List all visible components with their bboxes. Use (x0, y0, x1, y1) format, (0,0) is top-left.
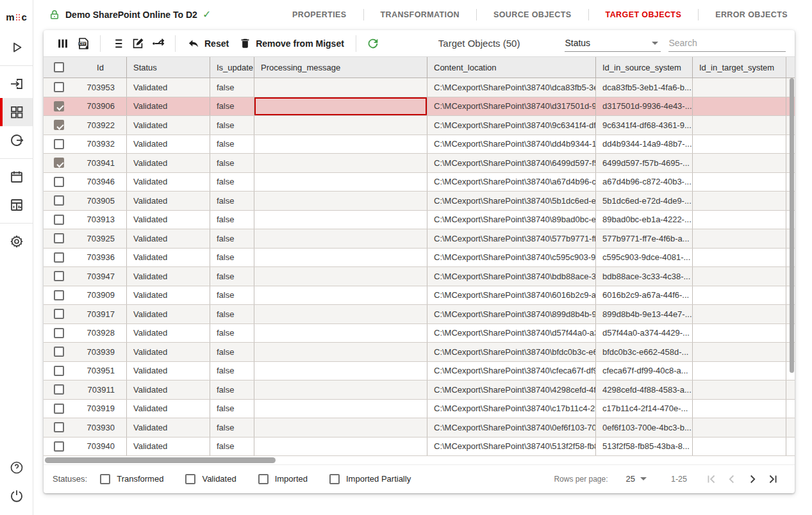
table-row[interactable]: 703940ValidatedfalseC:\MCexport\SharePoi… (44, 437, 795, 457)
attributes-list-button[interactable] (107, 33, 128, 54)
row-checkbox[interactable] (54, 422, 64, 432)
table-row[interactable]: 703909ValidatedfalseC:\MCexport\SharePoi… (44, 286, 795, 306)
refresh-button[interactable] (363, 33, 383, 54)
row-checkbox-cell (44, 305, 74, 323)
status-filter-select[interactable]: Status (565, 35, 661, 52)
table-row[interactable]: 703917ValidatedfalseC:\MCexport\SharePoi… (44, 305, 795, 324)
row-checkbox[interactable] (54, 158, 64, 168)
select-all-checkbox[interactable] (54, 62, 64, 72)
table-row[interactable]: 703941ValidatedfalseC:\MCexport\SharePoi… (44, 154, 795, 173)
row-checkbox[interactable] (54, 177, 64, 187)
table-row[interactable]: 703913ValidatedfalseC:\MCexport\SharePoi… (44, 211, 795, 230)
table-row[interactable]: 703906ValidatedfalseC:\MCexport\SharePoi… (44, 97, 795, 117)
sidebar-item-dashboard[interactable] (0, 191, 33, 219)
table-row[interactable]: 703946ValidatedfalseC:\MCexport\SharePoi… (44, 173, 795, 192)
tab-error-objects[interactable]: ERROR OBJECTS (699, 10, 804, 19)
col-header-is-update[interactable]: Is_update (210, 57, 254, 78)
row-checkbox[interactable] (54, 328, 64, 338)
cell-id-in-target-system (693, 249, 786, 267)
cell-status: Validated (127, 286, 210, 305)
col-header-processing-message[interactable]: Processing_message (254, 57, 427, 78)
rows-per-page-select[interactable]: 25 (626, 474, 649, 484)
cell-processing-message (254, 362, 427, 380)
cell-is-update: false (210, 78, 254, 97)
vertical-scrollbar[interactable] (789, 78, 795, 456)
first-page-button[interactable] (701, 469, 722, 489)
status-filter-validated[interactable]: Validated (185, 474, 236, 484)
edit-attributes-button[interactable] (128, 33, 148, 54)
cell-is-update: false (210, 324, 254, 343)
table-row[interactable]: 703953ValidatedfalseC:\MCexport\SharePoi… (44, 78, 795, 97)
row-checkbox[interactable] (54, 82, 64, 92)
csv-export-icon: CSV (76, 36, 91, 51)
table-row[interactable]: 703951ValidatedfalseC:\MCexport\SharePoi… (44, 362, 795, 381)
table-row[interactable]: 703936ValidatedfalseC:\MCexport\SharePoi… (44, 249, 795, 268)
status-filter-transformed[interactable]: Transformed (100, 474, 163, 484)
columns-button[interactable] (53, 33, 73, 54)
tab-transformation[interactable]: TRANSFORMATION (364, 10, 476, 19)
row-checkbox[interactable] (54, 252, 64, 263)
row-checkbox[interactable] (54, 309, 64, 319)
cell-id-in-source-system: 89bad0bc-eb1a-4222-... (596, 211, 693, 229)
sidebar-item-settings[interactable] (0, 227, 33, 256)
row-checkbox[interactable] (54, 347, 64, 357)
reset-button[interactable]: Reset (182, 33, 234, 54)
tab-target-objects[interactable]: TARGET OBJECTS (589, 10, 699, 19)
remove-from-migset-button[interactable]: Remove from Migset (234, 33, 349, 54)
table-row[interactable]: 703919ValidatedfalseC:\MCexport\SharePoi… (44, 400, 795, 419)
sidebar-item-scheduler[interactable] (0, 163, 33, 191)
table-footer: Statuses: Transformed Validated Imported… (44, 464, 795, 493)
table-row[interactable]: 703911ValidatedfalseC:\MCexport\SharePoi… (44, 380, 795, 400)
row-checkbox[interactable] (54, 215, 64, 225)
vertical-scrollbar-thumb[interactable] (790, 78, 794, 373)
sidebar-item-importers[interactable] (0, 126, 33, 154)
table-row[interactable]: 703922ValidatedfalseC:\MCexport\SharePoi… (44, 116, 795, 135)
horizontal-scrollbar-thumb[interactable] (45, 457, 276, 463)
row-checkbox[interactable] (54, 441, 64, 452)
sidebar-item-migsets[interactable] (0, 98, 33, 126)
next-page-button[interactable] (742, 469, 763, 489)
imported-checkbox[interactable] (258, 474, 269, 484)
table-row[interactable]: 703930ValidatedfalseC:\MCexport\SharePoi… (44, 418, 795, 437)
sidebar-item-scanners[interactable] (0, 70, 33, 98)
row-checkbox[interactable] (54, 290, 64, 300)
horizontal-scrollbar[interactable] (44, 457, 795, 464)
transformed-checkbox[interactable] (100, 474, 110, 484)
table-row[interactable]: 703928ValidatedfalseC:\MCexport\SharePoi… (44, 324, 795, 343)
col-header-id-in-target-system[interactable]: Id_in_target_system (693, 57, 786, 78)
row-checkbox[interactable] (54, 404, 64, 414)
status-filter-imported-partially[interactable]: Imported Partially (329, 474, 411, 484)
row-checkbox[interactable] (54, 271, 64, 281)
row-checkbox[interactable] (54, 101, 64, 111)
csv-export-button[interactable]: CSV (73, 33, 94, 54)
table-row[interactable]: 703947ValidatedfalseC:\MCexport\SharePoi… (44, 267, 795, 286)
row-checkbox[interactable] (54, 120, 64, 130)
last-page-button[interactable] (763, 469, 783, 489)
row-checkbox[interactable] (54, 233, 64, 243)
table-row[interactable]: 703932ValidatedfalseC:\MCexport\SharePoi… (44, 135, 795, 154)
row-checkbox[interactable] (54, 195, 64, 206)
split-migset-button[interactable] (148, 33, 169, 54)
imported-partially-checkbox[interactable] (329, 474, 340, 484)
col-header-id-in-source-system[interactable]: Id_in_source_system (596, 57, 693, 78)
sidebar-item-logout[interactable] (0, 482, 33, 510)
table-row[interactable]: 703939ValidatedfalseC:\MCexport\SharePoi… (44, 343, 795, 362)
sidebar-item-run[interactable] (0, 33, 33, 61)
table-row[interactable]: 703925ValidatedfalseC:\MCexport\SharePoi… (44, 229, 795, 249)
tab-source-objects[interactable]: SOURCE OBJECTS (477, 10, 588, 19)
tab-properties[interactable]: PROPERTIES (276, 10, 363, 19)
search-input[interactable] (668, 35, 786, 52)
row-checkbox[interactable] (54, 366, 64, 376)
sidebar-item-help[interactable] (0, 454, 33, 482)
cell-id-in-source-system: 4298cefd-4f88-4583-a... (596, 380, 693, 399)
table-row[interactable]: 703905ValidatedfalseC:\MCexport\SharePoi… (44, 192, 795, 211)
previous-page-button[interactable] (722, 469, 742, 489)
col-header-content-location[interactable]: Content_location (427, 57, 596, 78)
app-logo[interactable]: mc (0, 0, 33, 33)
col-header-id[interactable]: Id (74, 57, 127, 78)
row-checkbox[interactable] (54, 139, 64, 149)
status-filter-imported[interactable]: Imported (258, 474, 308, 484)
validated-checkbox[interactable] (185, 474, 195, 484)
col-header-status[interactable]: Status (127, 57, 210, 78)
row-checkbox[interactable] (54, 384, 64, 395)
